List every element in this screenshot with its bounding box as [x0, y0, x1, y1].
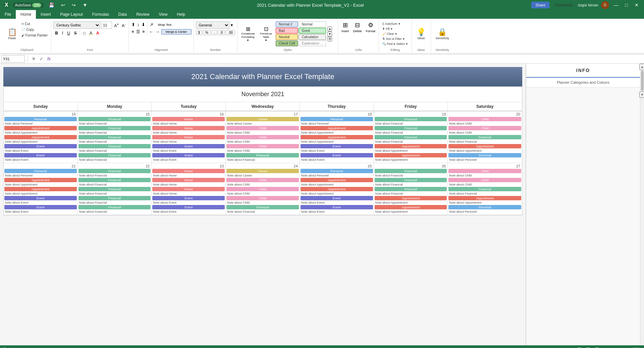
- cal-day-22[interactable]: 22 Financial Note about Financial Financ…: [78, 163, 152, 215]
- event-financial-15-4[interactable]: Financial: [78, 144, 151, 148]
- tab-insert[interactable]: Insert: [36, 10, 55, 19]
- tab-data[interactable]: Data: [114, 10, 131, 19]
- font-family-select[interactable]: Century Gothic: [53, 21, 100, 29]
- quick-access-button[interactable]: ▼: [80, 2, 89, 8]
- event-career-17-1[interactable]: Career: [226, 117, 299, 121]
- event-child-17-3[interactable]: Child: [226, 144, 299, 148]
- event-financial-19-1[interactable]: Financial: [375, 117, 447, 121]
- align-middle-button[interactable]: ↕: [137, 21, 140, 28]
- event-personal-20-1[interactable]: Personal: [448, 153, 521, 157]
- event-event-21-1[interactable]: Event: [4, 196, 77, 200]
- accounting-format-button[interactable]: $: [196, 30, 203, 35]
- style-bad[interactable]: Bad: [276, 28, 298, 33]
- wrap-text-button[interactable]: Wrap Text: [155, 22, 175, 27]
- tab-home[interactable]: Home: [16, 10, 36, 19]
- cut-button[interactable]: ✂ Cut: [20, 21, 49, 26]
- copy-button[interactable]: 📄 Copy: [20, 27, 49, 32]
- strikethrough-button[interactable]: S: [72, 30, 78, 36]
- event-event-23-1[interactable]: Event: [152, 196, 225, 200]
- format-cell-button[interactable]: ⚙ Format: [365, 21, 377, 33]
- event-financial-19-3[interactable]: Financial: [375, 135, 447, 139]
- event-event-23-2[interactable]: Event: [152, 205, 225, 209]
- styles-expand[interactable]: ☰: [327, 37, 332, 42]
- tab-file[interactable]: File: [0, 10, 16, 19]
- page-break-view-button[interactable]: ⊞: [594, 346, 600, 348]
- minimize-button[interactable]: —: [612, 2, 621, 8]
- event-appt-19-1[interactable]: Appointment: [375, 144, 447, 148]
- event-financial-24-1[interactable]: Financial: [226, 205, 299, 209]
- event-appt-25-2[interactable]: Appointment: [301, 187, 373, 191]
- event-event-18-1[interactable]: Event: [301, 144, 373, 148]
- cal-day-14[interactable]: 14 Personal Note about Personel Appointm…: [4, 111, 78, 163]
- event-child-27-1[interactable]: Child: [448, 169, 521, 173]
- event-appt-19-2[interactable]: Appointment: [375, 153, 447, 157]
- event-financial-20-1[interactable]: Financial: [448, 135, 521, 139]
- sensitivity-button[interactable]: 🔒 Sensitivity: [433, 21, 452, 46]
- cal-day-15[interactable]: 15 Financial Note about Financial Financ…: [78, 111, 152, 163]
- event-home-23-3[interactable]: Home: [152, 187, 225, 191]
- event-financial-22-4[interactable]: Financial: [78, 196, 151, 200]
- event-event-14-1[interactable]: Event: [4, 144, 77, 148]
- cal-day-25[interactable]: 25 Personal Note about Personel Appointm…: [300, 163, 374, 215]
- event-financial-26-3[interactable]: Financial: [375, 187, 447, 191]
- event-appt-14-2[interactable]: Appointment: [4, 135, 77, 139]
- format-as-table-button[interactable]: ⊡ Format asTable ▼: [258, 25, 274, 42]
- event-financial-15-2[interactable]: Financial: [78, 126, 151, 130]
- align-center-button[interactable]: ☰: [136, 28, 141, 35]
- event-financial-15-5[interactable]: Financial: [78, 153, 151, 157]
- scroll-up-button[interactable]: ▲: [639, 64, 644, 70]
- event-child-24-2[interactable]: Child: [226, 187, 299, 191]
- event-financial-22-5[interactable]: Financial: [78, 205, 151, 209]
- scroll-down-button[interactable]: ▼: [639, 91, 644, 98]
- event-financial-15-3[interactable]: Financial: [78, 135, 151, 139]
- event-personal-21-1[interactable]: Personal: [4, 169, 77, 173]
- font-size-input[interactable]: [101, 21, 112, 29]
- event-financial-27-1[interactable]: Financial: [448, 187, 521, 191]
- cal-day-26[interactable]: 26 Financial Note about Financial Financ…: [374, 163, 448, 215]
- event-appt-21-1[interactable]: Appointment: [4, 178, 77, 182]
- calendar-outer[interactable]: 2021 Calendar with Planner Excel Templat…: [0, 64, 526, 345]
- name-box[interactable]: [1, 55, 25, 63]
- event-child-20-2[interactable]: Child: [448, 126, 521, 130]
- italic-button[interactable]: I: [60, 30, 65, 36]
- delete-cell-button[interactable]: ⊟ Delete: [352, 21, 363, 33]
- cal-day-27[interactable]: 27 Child Note about Child Child Note abo…: [448, 163, 522, 215]
- ideas-button[interactable]: 💡 Ideas: [414, 21, 429, 46]
- tab-view[interactable]: View: [154, 10, 172, 19]
- cal-day-20[interactable]: 20 Child Note about Child Child Note abo…: [448, 111, 522, 163]
- align-top-button[interactable]: ⬆: [131, 21, 136, 28]
- close-button[interactable]: ✕: [633, 2, 641, 8]
- event-financial-19-2[interactable]: Financial: [375, 126, 447, 130]
- orientation-button[interactable]: ↗: [149, 21, 154, 28]
- align-right-button[interactable]: ≡: [142, 28, 146, 35]
- event-financial-17-1[interactable]: Financial: [226, 153, 299, 157]
- event-event-18-2[interactable]: Event: [301, 153, 373, 157]
- align-bottom-button[interactable]: ⬇: [141, 21, 146, 28]
- scrollbar[interactable]: ▲ ▼: [640, 64, 644, 345]
- cal-day-21[interactable]: 21 Personal Note about Personel Appointm…: [4, 163, 78, 215]
- event-appt-26-1[interactable]: Appointment: [375, 196, 447, 200]
- underline-button[interactable]: U: [65, 30, 72, 36]
- event-event-21-2[interactable]: Event: [4, 205, 77, 209]
- comments-button[interactable]: Comments: [552, 2, 575, 8]
- scroll-thumb[interactable]: [641, 71, 644, 91]
- event-appt-27-1[interactable]: Appointment: [448, 196, 521, 200]
- event-financial-26-1[interactable]: Financial: [375, 169, 447, 173]
- event-appt-14-1[interactable]: Appointment: [4, 126, 77, 130]
- decrease-font-size-button[interactable]: A-: [121, 22, 126, 28]
- autosave-toggle[interactable]: AutoSave ON: [12, 2, 44, 8]
- event-appt-25-1[interactable]: Appointment: [301, 178, 373, 182]
- event-home-23-2[interactable]: Home: [152, 178, 225, 182]
- event-appt-18-1[interactable]: Appointment: [301, 126, 373, 130]
- format-painter-button[interactable]: 🖌 Format Painter: [20, 33, 49, 38]
- confirm-formula-button[interactable]: ✓: [38, 56, 45, 61]
- tab-help[interactable]: Help: [172, 10, 190, 19]
- cal-day-23[interactable]: 23 Home Note about Home Home Note about …: [152, 163, 226, 215]
- event-event-25-2[interactable]: Event: [301, 205, 373, 209]
- event-personal-18-1[interactable]: Personal: [301, 117, 373, 121]
- fill-color-button[interactable]: A: [88, 30, 94, 36]
- style-neutral[interactable]: Neutral: [276, 34, 298, 40]
- tab-page-layout[interactable]: Page Layout: [55, 10, 87, 19]
- event-child-20-1[interactable]: Child: [448, 117, 521, 121]
- font-color-button[interactable]: A: [95, 30, 101, 36]
